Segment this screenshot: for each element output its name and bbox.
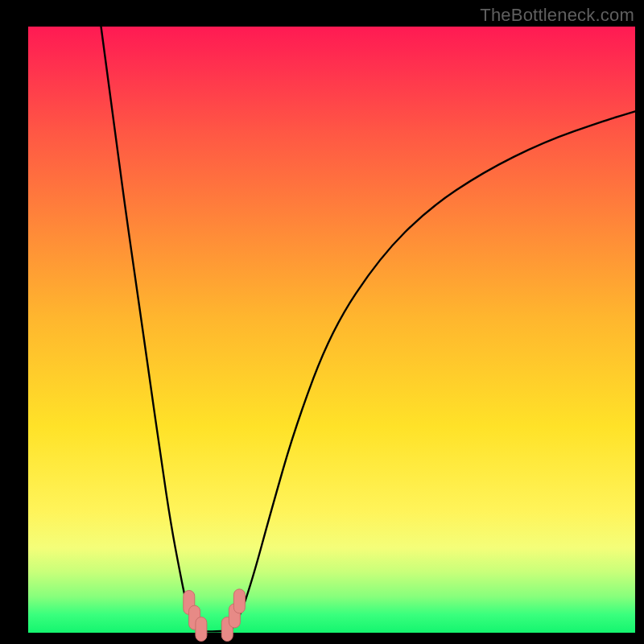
bottleneck-curve bbox=[101, 27, 636, 631]
curve-markers bbox=[184, 589, 246, 642]
watermark-text: TheBottleneck.com bbox=[480, 5, 634, 26]
chart-frame: TheBottleneck.com bbox=[0, 0, 644, 644]
curve-marker-5 bbox=[233, 589, 245, 613]
plot-area bbox=[28, 27, 635, 633]
curve-marker-2 bbox=[196, 617, 207, 642]
curve-svg bbox=[28, 27, 635, 633]
